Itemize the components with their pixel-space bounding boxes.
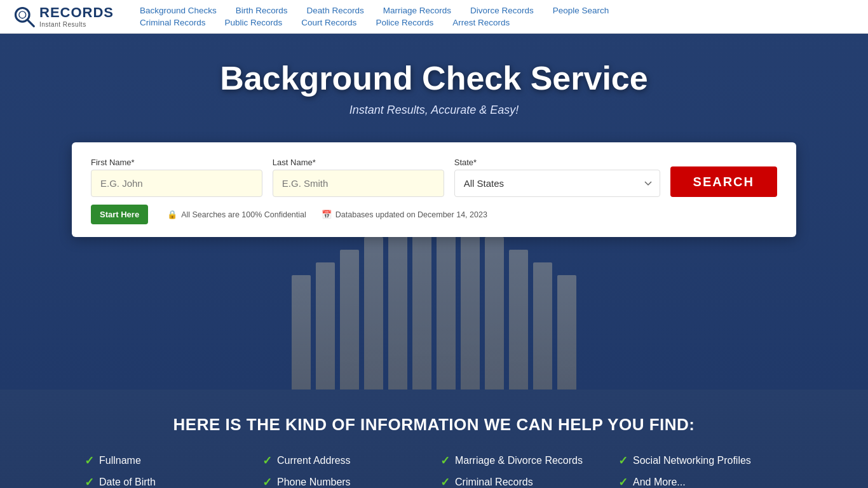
check-icon-4: ✓ (618, 454, 628, 468)
nav-arrest-records[interactable]: Arrest Records (452, 18, 510, 27)
first-name-group: First Name* (91, 158, 262, 197)
nav-police-records[interactable]: Police Records (376, 18, 433, 27)
first-name-input[interactable] (91, 170, 262, 197)
info-item-social: ✓ Social Networking Profiles (618, 454, 783, 468)
search-fields-row: First Name* Last Name* State* All States… (91, 158, 777, 197)
nav-divorce-records[interactable]: Divorce Records (470, 6, 534, 15)
nav-death-records[interactable]: Death Records (307, 6, 364, 15)
last-name-input[interactable] (273, 170, 444, 197)
search-button[interactable]: SEARCH (670, 166, 777, 197)
nav-people-search[interactable]: People Search (553, 6, 609, 15)
nav-row-2: Criminal Records Public Records Court Re… (140, 18, 855, 27)
logo-brand: RECORDS (39, 5, 114, 20)
check-icon-6: ✓ (262, 475, 272, 488)
svg-line-1 (27, 20, 34, 26)
nav-background-checks[interactable]: Background Checks (140, 6, 217, 15)
info-section: HERE IS THE KIND OF INFORMATION WE CAN H… (0, 390, 868, 488)
check-icon-2: ✓ (262, 454, 272, 468)
hero-section: Background Check Service Instant Results… (0, 34, 868, 390)
first-name-label: First Name* (91, 158, 262, 167)
search-footer: Start Here 🔒 All Searches are 100% Confi… (91, 205, 777, 224)
nav-criminal-records[interactable]: Criminal Records (140, 18, 206, 27)
logo-tagline: Instant Results (39, 21, 114, 28)
hero-title: Background Check Service (220, 59, 648, 97)
nav-marriage-records[interactable]: Marriage Records (383, 6, 451, 15)
info-item-dob: ✓ Date of Birth (85, 475, 250, 488)
start-here-button[interactable]: Start Here (91, 205, 148, 224)
logo-icon (13, 5, 36, 28)
svg-point-2 (19, 11, 26, 18)
info-items-grid: ✓ Fullname ✓ Current Address ✓ Marriage … (85, 454, 783, 488)
database-note: 📅 Databases updated on December 14, 2023 (322, 210, 487, 219)
last-name-group: Last Name* (273, 158, 444, 197)
confidential-note: 🔒 All Searches are 100% Confidential (167, 210, 306, 219)
nav-court-records[interactable]: Court Records (301, 18, 356, 27)
info-item-criminal: ✓ Criminal Records (440, 475, 606, 488)
state-group: State* All States AlabamaAlaskaArizona A… (454, 158, 660, 197)
search-notes: 🔒 All Searches are 100% Confidential 📅 D… (167, 210, 487, 219)
site-logo[interactable]: RECORDS Instant Results (13, 5, 114, 28)
search-box: First Name* Last Name* State* All States… (72, 142, 796, 237)
main-nav: Background Checks Birth Records Death Re… (140, 6, 855, 27)
nav-row-1: Background Checks Birth Records Death Re… (140, 6, 855, 15)
hero-content: Background Check Service Instant Results… (220, 59, 648, 136)
info-item-marriage: ✓ Marriage & Divorce Records (440, 454, 606, 468)
site-header: RECORDS Instant Results Background Check… (0, 0, 868, 34)
lock-icon: 🔒 (167, 210, 177, 219)
info-item-fullname: ✓ Fullname (85, 454, 250, 468)
check-icon-7: ✓ (440, 475, 450, 488)
check-icon-5: ✓ (85, 475, 94, 488)
check-icon-3: ✓ (440, 454, 450, 468)
nav-birth-records[interactable]: Birth Records (236, 6, 288, 15)
logo-text-group: RECORDS Instant Results (39, 5, 114, 27)
check-icon-8: ✓ (618, 475, 628, 488)
last-name-label: Last Name* (273, 158, 444, 167)
info-item-address: ✓ Current Address (262, 454, 428, 468)
check-icon-1: ✓ (85, 454, 94, 468)
info-item-more: ✓ And More... (618, 475, 783, 488)
nav-public-records[interactable]: Public Records (225, 18, 283, 27)
state-select[interactable]: All States AlabamaAlaskaArizona Arkansas… (454, 170, 660, 197)
info-title: HERE IS THE KIND OF INFORMATION WE CAN H… (51, 415, 817, 435)
state-label: State* (454, 158, 660, 167)
calendar-icon: 📅 (322, 210, 332, 219)
info-item-phone: ✓ Phone Numbers (262, 475, 428, 488)
hero-subtitle: Instant Results, Accurate & Easy! (220, 104, 648, 117)
